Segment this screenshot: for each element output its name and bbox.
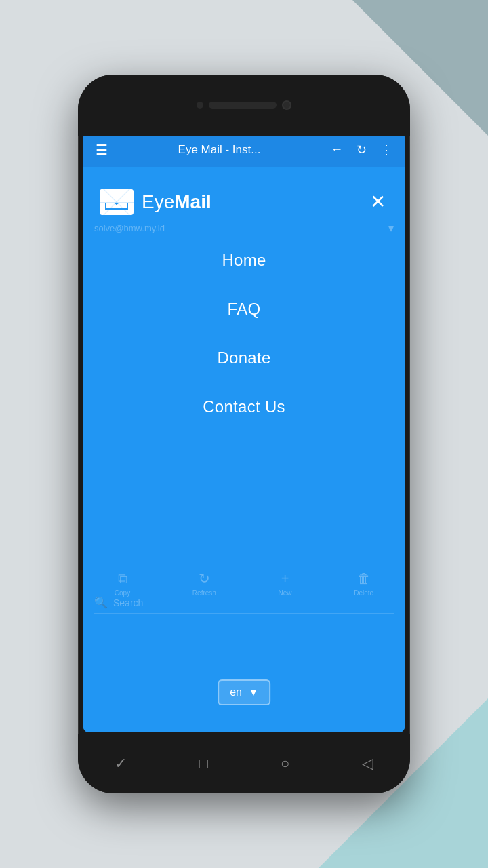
menu-items-list: Home FAQ Donate Contact Us <box>83 229 405 431</box>
menu-item-faq[interactable]: FAQ <box>83 285 405 334</box>
notch-sensor <box>197 102 203 108</box>
ghost-new-btn: + New <box>279 571 292 597</box>
menu-item-home[interactable]: Home <box>83 236 405 285</box>
nav-circle-button[interactable]: ○ <box>281 755 289 772</box>
volume-silent-button <box>78 224 79 251</box>
ghost-delete-icon: 🗑 <box>357 571 371 587</box>
language-selector-wrap: en ▼ <box>218 679 270 705</box>
toolbar-menu-icon[interactable]: ☰ <box>92 138 112 162</box>
logo-area: EyeMail <box>100 189 211 215</box>
ghost-search-bar: 🔍 Search <box>94 596 394 614</box>
phone-frame: ☰ Eye Mail - Inst... ← ↻ ⋮ solve@bmw.my.… <box>78 75 410 793</box>
menu-close-button[interactable]: ✕ <box>367 188 388 216</box>
ghost-search-icon: 🔍 <box>94 596 108 609</box>
phone-nav-bar: ✓ □ ○ ◁ <box>78 734 410 793</box>
ghost-toolbar: ⧉ Copy ↻ Refresh + New 🗑 Delete <box>83 570 405 597</box>
ghost-new-label: New <box>279 589 292 597</box>
menu-item-contact[interactable]: Contact Us <box>83 382 405 431</box>
volume-up-button <box>78 264 79 312</box>
app-toolbar: ☰ Eye Mail - Inst... ← ↻ ⋮ <box>83 132 405 167</box>
phone-screen: ☰ Eye Mail - Inst... ← ↻ ⋮ solve@bmw.my.… <box>83 132 405 732</box>
svg-rect-0 <box>104 193 129 212</box>
ghost-delete-label: Delete <box>354 589 373 597</box>
nav-forward-button[interactable]: ◁ <box>362 755 373 772</box>
toolbar-title: Eye Mail - Inst... <box>117 143 321 157</box>
toolbar-back-icon[interactable]: ← <box>327 138 347 161</box>
notch-camera <box>282 100 291 110</box>
logo-text: EyeMail <box>142 191 211 213</box>
toolbar-more-icon[interactable]: ⋮ <box>376 138 396 161</box>
menu-header: EyeMail ✕ <box>83 167 405 229</box>
ghost-copy-icon: ⧉ <box>118 571 127 587</box>
language-selector[interactable]: en ▼ <box>218 679 270 705</box>
ghost-new-icon: + <box>281 571 289 587</box>
ghost-copy-label: Copy <box>115 589 130 597</box>
toolbar-refresh-icon[interactable]: ↻ <box>352 138 371 161</box>
nav-back-button[interactable]: ✓ <box>115 755 127 772</box>
notch-speaker <box>209 102 277 108</box>
ghost-refresh-btn: ↻ Refresh <box>192 570 216 597</box>
power-button <box>409 264 410 305</box>
menu-item-donate[interactable]: Donate <box>83 334 405 382</box>
menu-overlay: solve@bmw.my.id ▾ ⧉ Copy ↻ Refresh + New <box>83 167 405 732</box>
phone-notch <box>78 75 410 136</box>
language-chevron-icon: ▼ <box>249 687 258 698</box>
ghost-delete-btn: 🗑 Delete <box>354 571 373 597</box>
language-text: en <box>230 686 242 698</box>
ghost-copy-btn: ⧉ Copy <box>115 571 130 597</box>
ghost-search-text: Search <box>113 597 143 608</box>
volume-down-button <box>78 326 79 373</box>
nav-home-button[interactable]: □ <box>199 755 208 772</box>
ghost-refresh-icon: ↻ <box>199 570 210 587</box>
logo-icon <box>100 189 134 215</box>
ghost-refresh-label: Refresh <box>192 589 216 597</box>
